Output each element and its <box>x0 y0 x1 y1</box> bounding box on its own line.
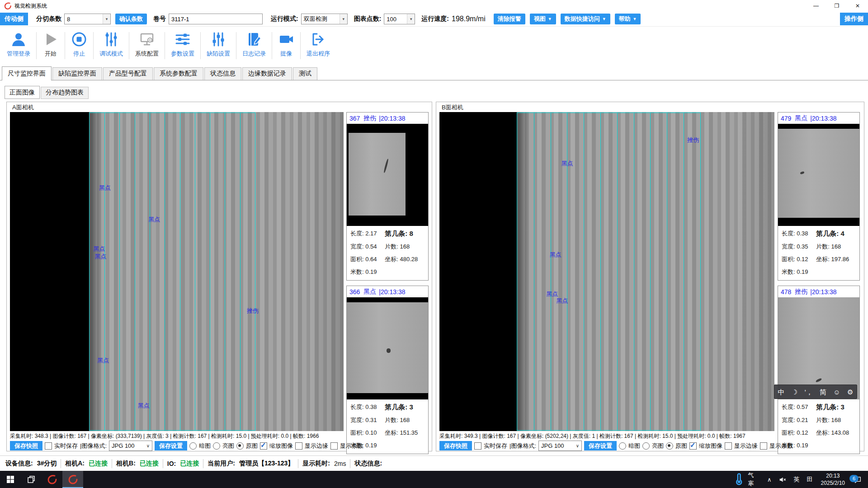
ime-simplified-toggle[interactable]: 简 <box>820 389 826 395</box>
defect-card[interactable]: 367挫伤|20:13:38长度: 2.17第几条: 8宽度: 0.54片数: … <box>346 112 429 281</box>
tool-exit[interactable]: 退出程序 <box>301 27 336 58</box>
detail-width-value: 0.21 <box>797 417 808 423</box>
sub-tab-bar: 正面图像分布趋势图表 <box>5 86 90 99</box>
defect-card[interactable]: 366黑点|20:13:38长度: 0.38第几条: 3宽度: 0.31片数: … <box>346 286 429 454</box>
dark-image-radio[interactable] <box>189 442 197 450</box>
show-count-checkbox[interactable] <box>760 442 767 450</box>
current-user-label: 当前用户: <box>208 460 235 468</box>
tool-user[interactable]: 管理登录 <box>1 27 36 58</box>
show-edge-checkbox[interactable] <box>295 442 302 450</box>
image-format-select[interactable]: JPG 100∨ <box>109 441 152 451</box>
bright-image-radio[interactable] <box>642 442 650 450</box>
maximize-button[interactable]: ❐ <box>826 0 847 12</box>
detail-coordinate-label: 坐标: <box>385 256 398 263</box>
detail-length-label: 长度: <box>350 230 364 237</box>
subtab-1[interactable]: 分布趋势图表 <box>41 87 89 99</box>
detail-length-label: 长度: <box>350 404 364 410</box>
slice-count-select[interactable]: 8 ▾ <box>64 14 111 24</box>
weather-widget[interactable]: 天气寒冷 <box>728 471 764 488</box>
tab-5[interactable]: 边缘数据记录 <box>242 67 292 80</box>
run-mode-select[interactable]: 双面检测 ▾ <box>301 14 348 24</box>
data-quick-access-button[interactable]: 数据快捷访问 ▼ <box>561 14 610 24</box>
show-edge-checkbox[interactable] <box>725 442 732 450</box>
clear-alarm-button[interactable]: 清除报警 <box>494 14 525 24</box>
tool-stop[interactable]: 停止 <box>65 27 93 58</box>
tool-camera[interactable]: 提像 <box>272 27 300 58</box>
strip-boundary-line <box>195 113 195 430</box>
tool-v-sliders[interactable]: 缺陷设置 <box>201 27 236 58</box>
tab-1[interactable]: 缺陷监控界面 <box>52 67 102 80</box>
clock-widget[interactable]: 20:13 2025/2/10 <box>816 471 849 488</box>
tool-log-book[interactable]: 日志记录 <box>236 27 272 58</box>
save-snapshot-button[interactable]: 保存快照 <box>10 441 42 450</box>
task-view-button[interactable] <box>21 471 42 488</box>
dark-image-radio[interactable] <box>619 442 626 450</box>
save-snapshot-button[interactable]: 保存快照 <box>439 441 472 450</box>
tab-2[interactable]: 产品型号配置 <box>103 67 153 80</box>
help-menu-label: 帮助 <box>619 15 631 23</box>
tool-label: 开始 <box>45 50 57 58</box>
ime-emoji-icon[interactable]: ☺ <box>833 389 840 395</box>
tab-3[interactable]: 系统参数配置 <box>154 67 203 80</box>
view-menu-button[interactable]: 视图 ▼ <box>530 14 556 24</box>
defect-type: 黑点 <box>795 114 807 122</box>
show-count-checkbox-label: 显示条数 <box>340 442 363 450</box>
image-format-value: JPG 100 <box>541 442 564 449</box>
show-count-checkbox[interactable] <box>330 442 338 450</box>
tool-h-sliders[interactable]: 参数设置 <box>165 27 200 58</box>
minimize-button[interactable]: — <box>806 0 826 12</box>
detail-coordinate-label: 坐标: <box>816 256 830 263</box>
image-format-select[interactable]: JPG 100∨ <box>538 441 582 451</box>
tool-play[interactable]: 开始 <box>37 27 65 58</box>
roll-number-input[interactable] <box>169 14 263 24</box>
ime-indicator-icon[interactable]: 田 <box>803 471 816 488</box>
save-settings-button[interactable]: 保存设置 <box>155 441 187 450</box>
detail-strip-number-label: 第几条: <box>816 403 839 411</box>
defect-card[interactable]: 479黑点|20:13:38长度: 0.38第几条: 4宽度: 0.35片数: … <box>778 112 860 281</box>
tool-debug-sliders[interactable]: 调试模式 <box>94 27 129 58</box>
defect-card[interactable]: 478挫伤|20:13:38长度: 0.57第几条: 3宽度: 0.21片数: … <box>778 286 860 454</box>
detail-width-value: 0.54 <box>365 243 377 250</box>
zoom-image-checkbox[interactable] <box>260 442 267 450</box>
confirm-count-button[interactable]: 确认条数 <box>115 14 147 24</box>
chart-points-select[interactable]: 100 ▾ <box>384 14 415 24</box>
ime-mode-chinese[interactable]: 中 <box>778 389 785 395</box>
defect-time: 20:13:38 <box>381 115 406 122</box>
zoom-image-checkbox[interactable] <box>689 442 697 450</box>
detail-width: 宽度: 0.35 <box>782 243 816 251</box>
volume-muted-icon[interactable] <box>775 471 790 488</box>
dark-image-radio-label: 暗图 <box>199 442 211 450</box>
strip-boundary-line <box>180 113 180 430</box>
tab-0[interactable]: 尺寸监控界面 <box>2 66 52 80</box>
show-hidden-icons-button[interactable]: ∧ <box>764 471 775 488</box>
ime-fullwidth-icon[interactable]: ☽ <box>792 389 797 395</box>
defect-overlay-label: 挫伤 <box>687 136 699 144</box>
original-image-radio[interactable] <box>236 442 244 450</box>
bright-image-radio[interactable] <box>213 442 220 450</box>
ime-settings-icon[interactable]: ⚙ <box>847 389 853 395</box>
subtab-0[interactable]: 正面图像 <box>5 86 40 99</box>
language-indicator[interactable]: 英 <box>790 471 803 488</box>
tab-4[interactable]: 状态信息 <box>204 67 241 80</box>
original-image-radio[interactable] <box>666 442 673 450</box>
realtime-save-checkbox[interactable] <box>45 442 52 450</box>
tool-label: 系统配置 <box>135 50 159 58</box>
defect-snapshot-image <box>347 124 428 226</box>
detail-coordinate-value: 480.28 <box>400 256 418 263</box>
taskbar-active-app-icon[interactable] <box>62 471 83 488</box>
detail-length-value: 0.38 <box>797 230 808 237</box>
notification-center-button[interactable]: 6 <box>849 471 868 488</box>
operator-side-button[interactable]: 操作侧 <box>840 13 868 25</box>
strip-boundary-line <box>551 113 551 430</box>
start-button[interactable] <box>0 471 21 488</box>
help-menu-button[interactable]: 帮助 ▼ <box>615 14 641 24</box>
ime-punctuation-icon[interactable]: ’， <box>805 389 813 395</box>
tool-system-config[interactable]: 系统配置 <box>129 27 165 58</box>
save-settings-button[interactable]: 保存设置 <box>584 441 617 450</box>
taskbar-app-icon[interactable] <box>42 471 62 488</box>
close-button[interactable]: ✕ <box>847 0 868 12</box>
realtime-save-checkbox[interactable] <box>474 442 481 450</box>
tab-6[interactable]: 测试 <box>293 67 317 80</box>
detail-area-label: 面积: <box>350 256 364 263</box>
transmission-side-button[interactable]: 传动侧 <box>0 13 28 25</box>
